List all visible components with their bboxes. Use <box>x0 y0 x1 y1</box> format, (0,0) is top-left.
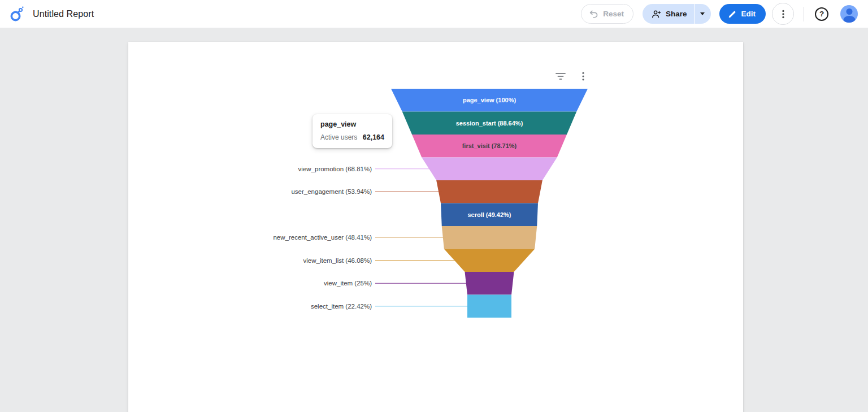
reset-label: Reset <box>603 10 624 18</box>
reset-button[interactable]: Reset <box>581 4 633 24</box>
tooltip-value: 62,164 <box>363 133 384 141</box>
pencil-icon <box>728 10 737 19</box>
funnel-segment-view_promotion[interactable] <box>422 158 557 181</box>
funnel-label-view_promotion: view_promotion (68.81%) <box>298 166 372 172</box>
edit-button[interactable]: Edit <box>719 4 766 24</box>
undo-icon <box>589 9 598 19</box>
more-options-button[interactable] <box>772 3 794 25</box>
funnel-label-select_item: select_item (22.42%) <box>311 303 372 310</box>
looker-studio-logo-icon <box>8 6 25 23</box>
app-header: Untitled Report Reset Share <box>0 0 868 28</box>
chart-tooltip: page_view Active users 62,164 <box>313 114 392 148</box>
share-label: Share <box>666 10 687 18</box>
avatar-person-icon <box>846 8 852 15</box>
user-avatar[interactable] <box>840 5 858 23</box>
funnel-chart[interactable]: page_view (100%)session_start (88.64%)fi… <box>128 42 743 412</box>
tooltip-metric-label: Active users <box>320 133 357 141</box>
funnel-label-session_start: session_start (88.64%) <box>456 120 523 127</box>
funnel-label-scroll: scroll (49.42%) <box>467 211 511 218</box>
funnel-segment-view_item[interactable] <box>465 272 514 295</box>
edit-label: Edit <box>741 10 756 18</box>
funnel-label-view_item: view_item (25%) <box>324 280 372 287</box>
share-split-button: Share <box>643 4 711 24</box>
vertical-dots-icon <box>778 9 788 19</box>
funnel-label-first_visit: first_visit (78.71%) <box>462 142 517 149</box>
funnel-label-user_engagement: user_engagement (53.94%) <box>291 188 372 195</box>
funnel-label-view_item_list: view_item_list (46.08%) <box>303 257 372 264</box>
chevron-down-icon <box>700 12 705 15</box>
person-add-icon <box>651 9 661 19</box>
help-glyph: ? <box>819 10 824 18</box>
workspace: page_view (100%)session_start (88.64%)fi… <box>0 28 868 412</box>
tooltip-title: page_view <box>320 120 384 128</box>
funnel-segment-user_engagement[interactable] <box>436 180 542 203</box>
report-title[interactable]: Untitled Report <box>33 9 94 19</box>
funnel-label-page_view: page_view (100%) <box>463 97 516 103</box>
report-canvas[interactable]: page_view (100%)session_start (88.64%)fi… <box>128 42 743 412</box>
funnel-segment-new_recent_active_user[interactable] <box>442 226 537 249</box>
header-divider <box>804 7 804 21</box>
share-button[interactable]: Share <box>643 4 694 24</box>
share-options-button[interactable] <box>695 4 711 24</box>
funnel-label-new_recent_active_user: new_recent_active_user (48.41%) <box>273 234 372 241</box>
funnel-segment-select_item[interactable] <box>467 295 511 318</box>
help-button[interactable]: ? <box>815 7 828 21</box>
